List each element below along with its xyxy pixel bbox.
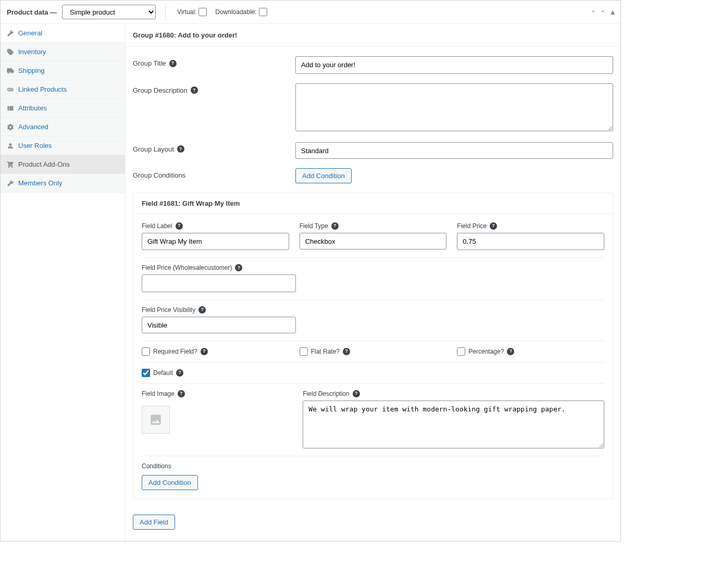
gear-icon xyxy=(7,123,14,131)
group-title-label: Group Title ? xyxy=(133,56,295,67)
tab-label: Advanced xyxy=(18,123,48,131)
panel-header: Product data — Simple product Virtual: D… xyxy=(1,1,620,24)
tag-icon xyxy=(7,48,14,56)
link-icon xyxy=(7,86,14,93)
field-price-input[interactable] xyxy=(457,233,604,251)
panel-body: General Inventory Shipping Linked Produc… xyxy=(1,24,620,541)
tab-label: Product Add-Ons xyxy=(18,160,70,168)
help-icon[interactable]: ? xyxy=(353,390,360,397)
help-icon[interactable]: ? xyxy=(490,222,497,230)
tab-product-addons[interactable]: Product Add-Ons xyxy=(1,155,125,174)
tab-label: Shipping xyxy=(18,67,45,74)
help-icon[interactable]: ? xyxy=(198,306,206,314)
field-image-picker[interactable] xyxy=(142,406,170,434)
product-type-select[interactable]: Simple product xyxy=(62,5,156,19)
user-icon xyxy=(7,142,14,149)
default-toggle[interactable]: Default ? xyxy=(142,369,183,377)
help-icon[interactable]: ? xyxy=(177,145,184,153)
group-description-textarea[interactable] xyxy=(295,83,613,131)
field-description-label: Field Description ? xyxy=(303,390,604,397)
tab-linked[interactable]: Linked Products xyxy=(1,80,125,99)
tab-shipping[interactable]: Shipping xyxy=(1,61,125,80)
tab-label: Members Only xyxy=(18,179,63,187)
conditions-label: Conditions xyxy=(142,462,604,470)
field-type-select[interactable]: Checkbox xyxy=(300,233,447,249)
field-image-label: Field Image ? xyxy=(142,390,292,397)
add-group-condition-button[interactable]: Add Condition xyxy=(295,168,352,183)
field-price-wholesale-label: Field Price (Wholesalecustomer) ? xyxy=(142,264,296,271)
tab-label: Inventory xyxy=(18,48,46,56)
group-conditions-label: Group Conditions xyxy=(133,168,295,179)
help-icon[interactable]: ? xyxy=(235,264,242,271)
wrench-icon xyxy=(7,180,14,187)
wrench-icon xyxy=(7,30,14,37)
tabs-list: General Inventory Shipping Linked Produc… xyxy=(1,24,126,541)
virtual-checkbox[interactable] xyxy=(198,8,207,16)
virtual-toggle[interactable]: Virtual: xyxy=(177,8,207,16)
field-price-visibility-label: Field Price Visibility ? xyxy=(142,306,296,314)
field-type-label: Field Type ? xyxy=(300,222,447,230)
downloadable-checkbox[interactable] xyxy=(259,8,267,16)
help-icon[interactable]: ? xyxy=(191,86,198,94)
group-description-label: Group Description ? xyxy=(133,83,295,94)
group-layout-select[interactable]: Standard xyxy=(295,142,613,159)
field-header: Field #1681: Gift Wrap My Item xyxy=(133,193,613,214)
tab-label: User Roles xyxy=(18,142,52,149)
help-icon[interactable]: ? xyxy=(176,222,183,230)
tab-inventory[interactable]: Inventory xyxy=(1,43,125,61)
help-icon[interactable]: ? xyxy=(331,222,339,230)
field-price-label: Field Price ? xyxy=(457,222,604,230)
required-field-toggle[interactable]: Required Field? ? xyxy=(142,347,289,356)
group-title-input[interactable] xyxy=(295,56,613,74)
flat-rate-checkbox[interactable] xyxy=(300,347,308,356)
percentage-checkbox[interactable] xyxy=(457,347,465,356)
panel-title: Product data — xyxy=(7,8,57,16)
field-box: Field #1681: Gift Wrap My Item Field Lab… xyxy=(133,193,613,499)
flat-rate-toggle[interactable]: Flat Rate? ? xyxy=(300,347,447,356)
field-price-visibility-select[interactable]: Visible xyxy=(142,317,296,333)
tab-general[interactable]: General xyxy=(1,24,125,43)
tab-attributes[interactable]: Attributes xyxy=(1,99,125,118)
tab-label: Attributes xyxy=(18,104,47,112)
cart-icon xyxy=(7,161,14,168)
tab-members-only[interactable]: Members Only xyxy=(1,174,125,193)
tab-user-roles[interactable]: User Roles xyxy=(1,136,125,155)
help-icon[interactable]: ? xyxy=(201,348,208,355)
move-up-icon[interactable] xyxy=(590,8,596,16)
tab-label: General xyxy=(18,29,42,37)
group-header: Group #1680: Add to your order! xyxy=(126,24,620,47)
move-down-icon[interactable] xyxy=(600,8,606,16)
add-field-button[interactable]: Add Field xyxy=(133,515,175,530)
help-icon[interactable]: ? xyxy=(343,348,350,355)
field-price-wholesale-input[interactable] xyxy=(142,274,296,292)
add-field-condition-button[interactable]: Add Condition xyxy=(142,475,198,490)
help-icon[interactable]: ? xyxy=(176,369,183,377)
percentage-toggle[interactable]: Percentage? ? xyxy=(457,347,604,356)
help-icon[interactable]: ? xyxy=(178,390,185,397)
field-label-input[interactable] xyxy=(142,233,289,251)
field-description-textarea[interactable] xyxy=(303,401,604,448)
help-icon[interactable]: ? xyxy=(169,60,177,67)
content-area: Group #1680: Add to your order! Group Ti… xyxy=(126,24,620,541)
help-icon[interactable]: ? xyxy=(507,348,514,355)
list-icon xyxy=(7,105,14,112)
product-data-panel: Product data — Simple product Virtual: D… xyxy=(0,0,621,542)
collapse-icon[interactable]: ▲ xyxy=(609,8,616,16)
required-field-checkbox[interactable] xyxy=(142,347,150,356)
tab-advanced[interactable]: Advanced xyxy=(1,118,125,136)
group-layout-label: Group Layout ? xyxy=(133,142,295,153)
vertical-divider xyxy=(165,6,166,18)
default-checkbox[interactable] xyxy=(142,369,150,377)
tab-label: Linked Products xyxy=(18,85,67,93)
downloadable-toggle[interactable]: Downloadable: xyxy=(215,8,267,16)
svg-point-0 xyxy=(153,416,154,418)
field-label-label: Field Label ? xyxy=(142,222,289,230)
truck-icon xyxy=(7,67,14,74)
